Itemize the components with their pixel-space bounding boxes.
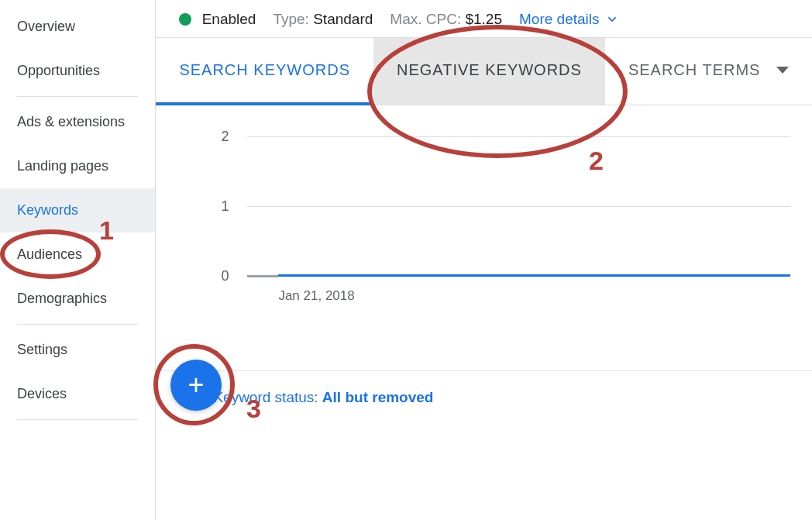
- status-enabled-label: Enabled: [202, 11, 256, 27]
- chart-plot-area: 2 1 0 Jan 21, 2018: [247, 129, 790, 291]
- chart-data-line: [278, 274, 790, 277]
- status-type-label: Type:: [273, 11, 308, 27]
- tab-negative-keywords[interactable]: NEGATIVE KEYWORDS: [373, 38, 605, 105]
- chart-x-start-label: Jan 21, 2018: [278, 288, 354, 304]
- status-max-cpc-label: Max. CPC:: [390, 11, 461, 27]
- filter-chip-label: Keyword status:: [213, 389, 322, 405]
- chart-x-axis-tick: [247, 275, 278, 277]
- sidebar-item-keywords[interactable]: Keywords: [0, 188, 155, 232]
- sidebar-divider: [17, 324, 138, 325]
- status-type-value: Standard: [313, 11, 373, 27]
- sidebar-item-opportunities[interactable]: Opportunities: [0, 49, 155, 93]
- chart-y-tick-0: 0: [221, 268, 229, 284]
- keyword-tabs: SEARCH KEYWORDS NEGATIVE KEYWORDS SEARCH…: [156, 37, 812, 105]
- tab-search-terms[interactable]: SEARCH TERMS: [605, 38, 812, 105]
- campaign-status-bar: Enabled Type: Standard Max. CPC: $1.25 M…: [156, 0, 812, 37]
- main-panel: Enabled Type: Standard Max. CPC: $1.25 M…: [156, 0, 812, 520]
- chart-y-tick-1: 1: [221, 198, 229, 215]
- chart-gridline: [247, 136, 790, 137]
- filter-bar: Keyword status: All but removed: [156, 370, 812, 423]
- sidebar-item-settings[interactable]: Settings: [0, 328, 155, 372]
- status-type: Type: Standard: [273, 11, 373, 28]
- filter-chip-value: All but removed: [322, 389, 434, 405]
- tab-search-terms-label: SEARCH TERMS: [628, 61, 761, 78]
- sidebar-item-overview[interactable]: Overview: [0, 5, 155, 49]
- sidebar-item-landing-pages[interactable]: Landing pages: [0, 144, 155, 188]
- sidebar-item-demographics[interactable]: Demographics: [0, 277, 155, 321]
- status-dot-icon: [179, 13, 191, 26]
- metrics-chart: 2 1 0 Jan 21, 2018: [156, 105, 812, 302]
- status-enabled: Enabled: [179, 11, 256, 28]
- add-keyword-fab[interactable]: +: [170, 360, 222, 411]
- sidebar-divider: [17, 96, 138, 97]
- caret-down-icon: [776, 67, 789, 74]
- chart-y-tick-2: 2: [221, 129, 229, 145]
- sidebar-divider: [17, 419, 138, 420]
- more-details-label: More details: [519, 11, 600, 28]
- filter-chip-keyword-status[interactable]: Keyword status: All but removed: [213, 389, 433, 406]
- status-max-cpc: Max. CPC: $1.25: [390, 11, 502, 28]
- tab-search-keywords[interactable]: SEARCH KEYWORDS: [156, 38, 373, 105]
- chevron-down-icon: [606, 13, 618, 26]
- sidebar: Overview Opportunities Ads & extensions …: [0, 0, 156, 520]
- more-details-link[interactable]: More details: [519, 11, 618, 28]
- plus-icon: +: [188, 371, 204, 399]
- status-max-cpc-value: $1.25: [465, 11, 502, 27]
- sidebar-item-devices[interactable]: Devices: [0, 372, 155, 416]
- chart-gridline: [247, 206, 790, 207]
- sidebar-item-audiences[interactable]: Audiences: [0, 232, 155, 277]
- sidebar-item-ads-extensions[interactable]: Ads & extensions: [0, 100, 155, 144]
